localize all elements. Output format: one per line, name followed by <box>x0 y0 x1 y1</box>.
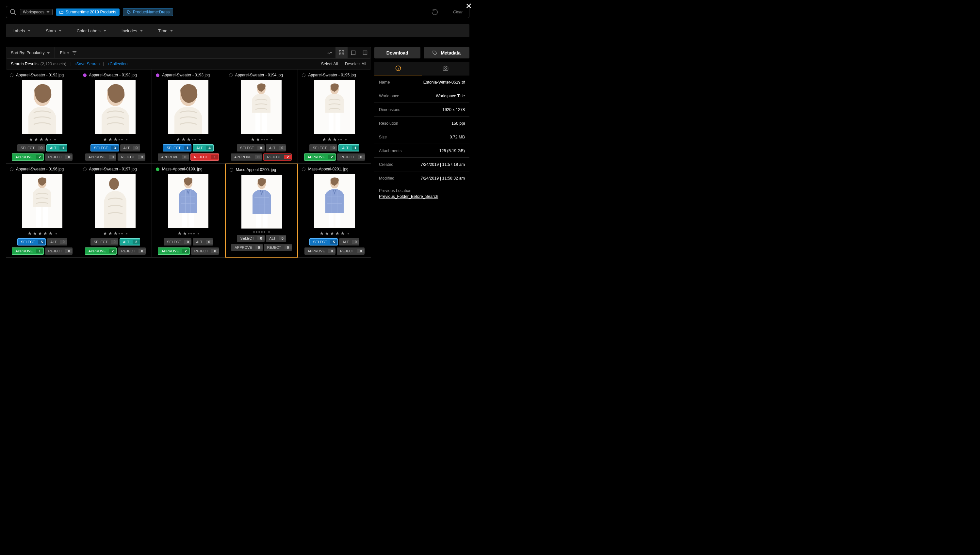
select-button[interactable]: SELECT0 <box>237 144 265 151</box>
reject-button[interactable]: REJECT0 <box>337 154 365 160</box>
rating-extra-dot[interactable] <box>345 139 347 140</box>
deselect-all-link[interactable]: Deselect All <box>345 62 366 66</box>
refresh-icon[interactable] <box>431 8 439 16</box>
rating-star[interactable]: ★ <box>43 231 47 236</box>
select-button[interactable]: SELECT0 <box>309 144 337 151</box>
rating-star[interactable]: ★ <box>330 231 334 236</box>
color-label-dot[interactable] <box>83 74 87 77</box>
rating-star[interactable]: ★ <box>108 231 112 236</box>
rating-star[interactable]: ★ <box>33 231 37 236</box>
alt-button[interactable]: ALT2 <box>120 238 140 245</box>
close-button[interactable] <box>464 1 473 10</box>
view-grid[interactable] <box>336 47 347 58</box>
rating-star[interactable]: ★ <box>327 136 332 142</box>
asset-card[interactable]: Apparel-Sweater - 0196.jpg ★★★★★ SELECT5… <box>6 164 79 258</box>
alt-button[interactable]: ALT0 <box>339 238 359 245</box>
meta-previous-link[interactable]: Previous_Folder_Before_Search <box>379 194 438 199</box>
asset-card[interactable]: Apparel-Sweater - 0195.jpg ★★★ SELECT0 A… <box>298 69 371 164</box>
asset-thumbnail[interactable] <box>241 175 282 229</box>
select-button[interactable]: SELECT0 <box>17 144 45 151</box>
filter-labels[interactable]: Labels <box>13 29 31 33</box>
alt-button[interactable]: ALT0 <box>120 144 140 151</box>
reject-button[interactable]: REJECT0 <box>264 244 292 251</box>
rating-star[interactable]: ★ <box>108 136 112 142</box>
reject-button[interactable]: REJECT1 <box>190 154 219 160</box>
panel-tab-camera[interactable] <box>422 62 470 75</box>
rating-star[interactable]: ★ <box>27 231 32 236</box>
rating-dot[interactable] <box>121 139 123 140</box>
rating-star[interactable]: ★ <box>335 231 339 236</box>
rating-extra-dot[interactable] <box>199 139 201 140</box>
select-button[interactable]: SELECT0 <box>164 238 191 245</box>
reject-button[interactable]: REJECT0 <box>117 154 145 160</box>
rating-dot[interactable] <box>188 233 190 234</box>
reject-button[interactable]: REJECT0 <box>45 154 73 160</box>
search-icon[interactable] <box>10 8 17 16</box>
rating-dot[interactable] <box>341 139 342 140</box>
approve-button[interactable]: APPROVE0 <box>304 247 336 255</box>
rating-dot[interactable] <box>263 231 265 233</box>
view-wave[interactable] <box>324 47 336 58</box>
asset-card[interactable]: Mass-Appeal-0199. jpg ★★ SELECT0 ALT0 AP… <box>152 164 225 258</box>
view-single[interactable] <box>347 47 359 58</box>
workspaces-dropdown[interactable]: Workspaces <box>20 9 53 15</box>
color-label-dot[interactable] <box>302 167 305 171</box>
color-label-dot[interactable] <box>10 167 13 171</box>
approve-button[interactable]: APPROVE0 <box>158 154 189 160</box>
asset-thumbnail[interactable] <box>22 80 63 134</box>
rating-star[interactable]: ★ <box>322 136 326 142</box>
rating-star[interactable]: ★ <box>45 136 49 142</box>
rating-star[interactable]: ★ <box>113 136 117 142</box>
color-label-dot[interactable] <box>156 167 159 171</box>
sort-by-dropdown[interactable]: Sort By: Popularity <box>6 47 55 58</box>
approve-button[interactable]: APPROVE0 <box>231 244 262 251</box>
asset-card[interactable]: Apparel-Sweater - 0197.jpg ★★★ SELECT0 A… <box>79 164 152 258</box>
rating-extra-dot[interactable] <box>198 233 199 234</box>
rating-extra-dot[interactable] <box>271 139 272 140</box>
rating-star[interactable]: ★ <box>256 136 260 142</box>
asset-card[interactable]: Mass-Appeal-0200. jpg SELECT0 ALT0 APPRO… <box>225 164 298 258</box>
reject-button[interactable]: REJECT0 <box>118 247 146 255</box>
rating-star[interactable]: ★ <box>183 231 187 236</box>
filter-chip-collection[interactable]: Summertime 2019 Products <box>56 8 120 16</box>
rating-dot[interactable] <box>266 139 268 140</box>
alt-button[interactable]: ALT0 <box>47 238 67 245</box>
select-button[interactable]: SELECT0 <box>90 238 118 245</box>
color-label-dot[interactable] <box>10 74 13 77</box>
rating-star[interactable]: ★ <box>177 231 182 236</box>
rating-star[interactable]: ★ <box>48 231 53 236</box>
color-label-dot[interactable] <box>156 74 159 77</box>
reject-button[interactable]: REJECT0 <box>337 247 365 255</box>
add-collection-link[interactable]: +Collection <box>107 62 127 66</box>
rating-star[interactable]: ★ <box>320 231 324 236</box>
rating-star[interactable]: ★ <box>176 136 180 142</box>
rating-dot[interactable] <box>50 139 51 140</box>
alt-button[interactable]: ALT4 <box>193 144 213 151</box>
asset-thumbnail[interactable] <box>241 80 281 134</box>
filter-includes[interactable]: Includes <box>122 29 143 33</box>
asset-card[interactable]: Apparel-Sweater - 0193.jpg ★★★ SELECT3 A… <box>79 69 152 164</box>
approve-button[interactable]: APPROVE2 <box>304 154 336 160</box>
rating-star[interactable]: ★ <box>103 231 107 236</box>
asset-thumbnail[interactable] <box>22 174 63 228</box>
rating-dot[interactable] <box>193 233 195 234</box>
rating-extra-dot[interactable] <box>56 233 57 234</box>
rating-extra-dot[interactable] <box>347 233 349 234</box>
rating-dot[interactable] <box>261 139 263 140</box>
save-search-link[interactable]: +Save Search <box>74 62 100 66</box>
asset-card[interactable]: Mass-Appeal-0201. jpg ★★★★★ SELECT5 ALT0… <box>298 164 371 258</box>
filter-time[interactable]: Time <box>158 29 173 33</box>
rating-star[interactable]: ★ <box>39 136 43 142</box>
approve-button[interactable]: APPROVE0 <box>231 154 262 160</box>
select-button[interactable]: SELECT5 <box>309 238 338 245</box>
clear-link[interactable]: Clear <box>453 10 463 14</box>
rating-dot[interactable] <box>338 139 339 140</box>
rating-extra-dot[interactable] <box>126 139 127 140</box>
filter-color-labels[interactable]: Color Labels <box>77 29 106 33</box>
metadata-button[interactable]: Metadata <box>424 47 470 58</box>
select-all-link[interactable]: Select All <box>321 62 338 66</box>
alt-button[interactable]: ALT1 <box>47 144 67 151</box>
rating-dot[interactable] <box>119 139 120 140</box>
rating-dot[interactable] <box>121 233 123 234</box>
asset-thumbnail[interactable] <box>168 80 209 134</box>
